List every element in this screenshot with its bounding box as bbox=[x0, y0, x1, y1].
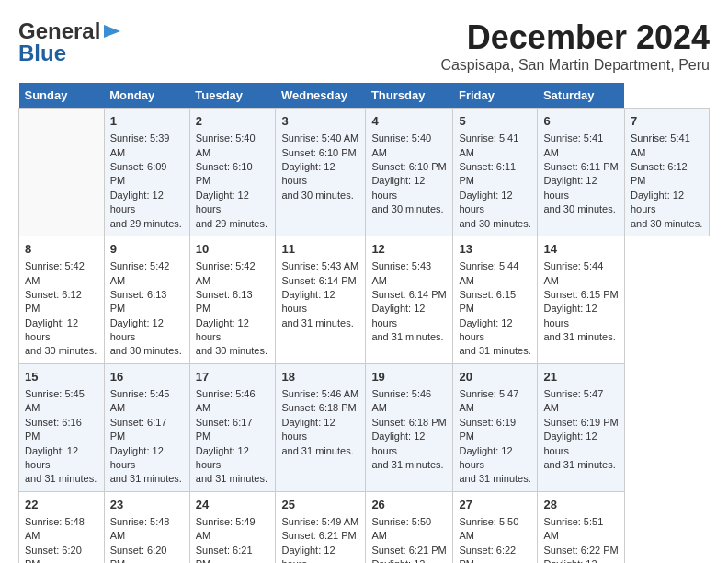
day-info: Sunset: 6:22 PM bbox=[459, 544, 531, 563]
day-info: and 31 minutes. bbox=[459, 344, 531, 358]
day-info: Sunrise: 5:41 AM bbox=[543, 132, 618, 160]
week-row-2: 8Sunrise: 5:42 AMSunset: 6:12 PMDaylight… bbox=[19, 236, 710, 363]
day-info: Sunrise: 5:46 AM bbox=[281, 387, 359, 401]
day-info: Sunrise: 5:41 AM bbox=[631, 132, 703, 160]
day-info: Sunrise: 5:44 AM bbox=[543, 259, 618, 288]
day-info: Sunrise: 5:40 AM bbox=[196, 132, 270, 160]
day-info: Daylight: 12 hours bbox=[371, 430, 447, 458]
day-info: Sunrise: 5:43 AM bbox=[371, 259, 447, 288]
day-info: Sunrise: 5:51 AM bbox=[543, 515, 618, 544]
logo-arrow-icon bbox=[102, 21, 122, 41]
day-info: Sunset: 6:21 PM bbox=[196, 544, 270, 563]
day-info: Daylight: 12 hours bbox=[459, 316, 531, 345]
day-number: 18 bbox=[281, 369, 359, 385]
day-info: and 30 minutes. bbox=[25, 344, 98, 358]
day-info: Daylight: 12 hours bbox=[25, 444, 98, 473]
day-info: Sunrise: 5:50 AM bbox=[459, 515, 531, 544]
day-info: Daylight: 12 hours bbox=[281, 160, 359, 189]
calendar-cell: 26Sunrise: 5:50 AMSunset: 6:21 PMDayligh… bbox=[366, 491, 453, 563]
calendar-table: SundayMondayTuesdayWednesdayThursdayFrid… bbox=[18, 83, 710, 563]
header-friday: Friday bbox=[453, 83, 538, 109]
day-info: Sunrise: 5:47 AM bbox=[543, 387, 618, 416]
day-number: 11 bbox=[281, 241, 359, 258]
day-info: and 31 minutes. bbox=[281, 444, 359, 458]
calendar-cell: 5Sunrise: 5:41 AMSunset: 6:11 PMDaylight… bbox=[453, 109, 538, 236]
day-info: Sunrise: 5:49 AM bbox=[281, 515, 359, 529]
day-info: Sunrise: 5:48 AM bbox=[25, 515, 98, 544]
day-number: 24 bbox=[196, 497, 270, 513]
day-info: and 31 minutes. bbox=[25, 472, 98, 486]
day-info: Daylight: 12 hours bbox=[543, 557, 618, 563]
day-info: Sunrise: 5:44 AM bbox=[459, 259, 531, 288]
day-info: Sunset: 6:10 PM bbox=[371, 160, 447, 174]
day-number: 20 bbox=[459, 369, 531, 385]
day-info: Sunrise: 5:42 AM bbox=[110, 259, 184, 288]
calendar-cell: 20Sunrise: 5:47 AMSunset: 6:19 PMDayligh… bbox=[453, 363, 538, 491]
day-info: Sunset: 6:22 PM bbox=[543, 544, 618, 557]
header-monday: Monday bbox=[104, 83, 189, 109]
day-info: Sunset: 6:15 PM bbox=[459, 288, 531, 316]
calendar-cell: 17Sunrise: 5:46 AMSunset: 6:17 PMDayligh… bbox=[189, 363, 276, 491]
header-tuesday: Tuesday bbox=[189, 83, 276, 109]
day-number: 13 bbox=[459, 241, 531, 258]
calendar-cell: 10Sunrise: 5:42 AMSunset: 6:13 PMDayligh… bbox=[189, 236, 276, 363]
day-info: Sunrise: 5:49 AM bbox=[196, 515, 270, 544]
day-info: and 31 minutes. bbox=[371, 330, 447, 344]
day-info: and 30 minutes. bbox=[459, 217, 531, 231]
day-info: Daylight: 12 hours bbox=[196, 189, 270, 217]
day-number: 25 bbox=[281, 497, 359, 513]
main-title: December 2024 bbox=[440, 18, 710, 57]
calendar-cell: 24Sunrise: 5:49 AMSunset: 6:21 PMDayligh… bbox=[189, 491, 276, 563]
day-info: Sunrise: 5:46 AM bbox=[371, 387, 447, 416]
day-number: 15 bbox=[25, 369, 98, 385]
day-info: and 30 minutes. bbox=[543, 202, 618, 216]
day-number: 9 bbox=[110, 241, 184, 258]
day-info: and 30 minutes. bbox=[281, 189, 359, 202]
day-info: Daylight: 12 hours bbox=[371, 557, 447, 563]
day-info: Daylight: 12 hours bbox=[25, 316, 98, 345]
day-number: 3 bbox=[281, 113, 359, 130]
day-number: 16 bbox=[110, 369, 184, 385]
day-number: 22 bbox=[25, 497, 98, 513]
logo-blue: Blue bbox=[18, 40, 66, 66]
day-info: and 31 minutes. bbox=[110, 472, 184, 486]
day-info: Sunset: 6:20 PM bbox=[110, 544, 184, 563]
day-number: 2 bbox=[196, 113, 270, 130]
day-info: Sunrise: 5:40 AM bbox=[371, 132, 447, 160]
calendar-cell: 1Sunrise: 5:39 AMSunset: 6:09 PMDaylight… bbox=[104, 109, 189, 236]
day-info: Sunset: 6:11 PM bbox=[543, 160, 618, 174]
day-info: Sunset: 6:10 PM bbox=[281, 146, 359, 160]
calendar-cell: 3Sunrise: 5:40 AMSunset: 6:10 PMDaylight… bbox=[276, 109, 366, 236]
calendar-cell bbox=[19, 109, 105, 236]
calendar-cell: 4Sunrise: 5:40 AMSunset: 6:10 PMDaylight… bbox=[366, 109, 453, 236]
svg-marker-0 bbox=[104, 25, 120, 38]
day-info: and 31 minutes. bbox=[543, 458, 618, 472]
day-info: Daylight: 12 hours bbox=[543, 302, 618, 330]
day-info: Daylight: 12 hours bbox=[371, 302, 447, 330]
day-info: and 31 minutes. bbox=[281, 316, 359, 330]
day-info: Sunset: 6:20 PM bbox=[25, 544, 98, 563]
day-info: Daylight: 12 hours bbox=[281, 416, 359, 444]
day-info: and 30 minutes. bbox=[631, 217, 703, 231]
day-info: Daylight: 12 hours bbox=[110, 189, 184, 217]
day-info: Daylight: 12 hours bbox=[196, 444, 270, 473]
day-info: Sunset: 6:17 PM bbox=[196, 416, 270, 444]
day-info: Sunrise: 5:39 AM bbox=[110, 132, 184, 160]
calendar-cell: 16Sunrise: 5:45 AMSunset: 6:17 PMDayligh… bbox=[104, 363, 189, 491]
header-wednesday: Wednesday bbox=[276, 83, 366, 109]
calendar-cell: 27Sunrise: 5:50 AMSunset: 6:22 PMDayligh… bbox=[453, 491, 538, 563]
day-info: Sunrise: 5:47 AM bbox=[459, 387, 531, 416]
week-row-1: 1Sunrise: 5:39 AMSunset: 6:09 PMDaylight… bbox=[19, 109, 710, 236]
day-number: 19 bbox=[371, 369, 447, 385]
day-info: Sunset: 6:13 PM bbox=[110, 288, 184, 316]
day-info: Sunset: 6:12 PM bbox=[631, 160, 703, 189]
day-info: Sunrise: 5:42 AM bbox=[25, 259, 98, 288]
day-info: and 31 minutes. bbox=[196, 472, 270, 486]
calendar-cell: 23Sunrise: 5:48 AMSunset: 6:20 PMDayligh… bbox=[104, 491, 189, 563]
day-info: and 29 minutes. bbox=[110, 217, 184, 231]
day-info: Sunset: 6:17 PM bbox=[110, 416, 184, 444]
day-info: and 31 minutes. bbox=[459, 472, 531, 486]
day-info: Sunrise: 5:45 AM bbox=[110, 387, 184, 416]
calendar-cell: 19Sunrise: 5:46 AMSunset: 6:18 PMDayligh… bbox=[366, 363, 453, 491]
week-row-4: 22Sunrise: 5:48 AMSunset: 6:20 PMDayligh… bbox=[19, 491, 710, 563]
